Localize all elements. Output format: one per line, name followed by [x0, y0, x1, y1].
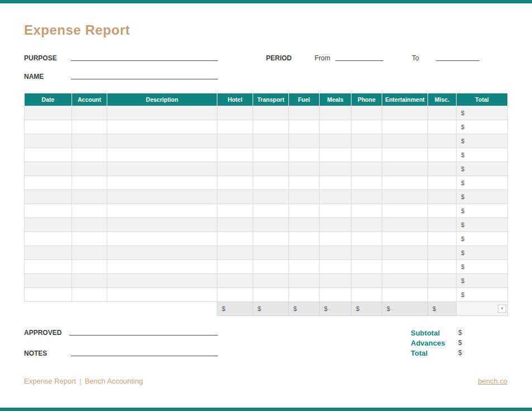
table-cell[interactable]: [428, 134, 457, 148]
table-cell[interactable]: [289, 106, 320, 120]
table-cell[interactable]: [217, 134, 253, 148]
table-cell[interactable]: [25, 260, 72, 274]
table-cell[interactable]: [72, 176, 107, 190]
totals-sum-cell[interactable]: $: [428, 302, 457, 316]
table-cell[interactable]: [289, 134, 320, 148]
table-cell[interactable]: [352, 176, 382, 190]
table-cell[interactable]: [217, 204, 253, 218]
table-cell[interactable]: [320, 260, 352, 274]
table-cell[interactable]: [72, 232, 107, 246]
totals-sum-cell[interactable]: $: [289, 302, 320, 316]
table-cell[interactable]: [352, 274, 382, 288]
table-cell[interactable]: [25, 232, 72, 246]
table-cell[interactable]: [25, 106, 72, 120]
table-cell[interactable]: [217, 274, 253, 288]
table-cell[interactable]: [428, 120, 457, 134]
table-cell[interactable]: [352, 148, 382, 162]
table-cell[interactable]: [253, 260, 289, 274]
table-cell[interactable]: [72, 274, 107, 288]
table-cell[interactable]: [72, 288, 107, 302]
totals-sum-cell[interactable]: $: [217, 302, 253, 316]
table-cell[interactable]: [289, 190, 320, 204]
table-cell[interactable]: [352, 120, 382, 134]
table-cell[interactable]: [72, 134, 107, 148]
table-cell[interactable]: [352, 246, 382, 260]
table-cell[interactable]: [25, 246, 72, 260]
row-total-cell[interactable]: $: [457, 260, 508, 274]
row-total-cell[interactable]: $: [457, 274, 508, 288]
table-cell[interactable]: [320, 176, 352, 190]
table-cell[interactable]: [25, 120, 72, 134]
table-cell[interactable]: [25, 274, 72, 288]
table-cell[interactable]: [107, 260, 217, 274]
table-cell[interactable]: [107, 274, 217, 288]
table-cell[interactable]: [25, 204, 72, 218]
table-cell[interactable]: [352, 190, 382, 204]
totals-grand-total-cell[interactable]: ▾: [457, 302, 508, 316]
row-total-cell[interactable]: $: [457, 232, 508, 246]
table-cell[interactable]: [217, 246, 253, 260]
row-total-cell[interactable]: $: [457, 288, 508, 302]
row-total-cell[interactable]: $: [457, 218, 508, 232]
table-cell[interactable]: [382, 204, 428, 218]
table-cell[interactable]: [352, 260, 382, 274]
table-cell[interactable]: [289, 274, 320, 288]
table-cell[interactable]: [253, 120, 289, 134]
row-total-cell[interactable]: $: [457, 190, 508, 204]
table-cell[interactable]: [107, 134, 217, 148]
table-cell[interactable]: [289, 148, 320, 162]
table-cell[interactable]: [382, 134, 428, 148]
table-cell[interactable]: [428, 106, 457, 120]
table-cell[interactable]: [428, 260, 457, 274]
table-cell[interactable]: [428, 148, 457, 162]
table-cell[interactable]: [428, 246, 457, 260]
table-cell[interactable]: [107, 106, 217, 120]
table-cell[interactable]: [352, 106, 382, 120]
table-cell[interactable]: [320, 134, 352, 148]
table-cell[interactable]: [428, 288, 457, 302]
table-cell[interactable]: [107, 120, 217, 134]
table-cell[interactable]: [107, 288, 217, 302]
table-cell[interactable]: [382, 260, 428, 274]
table-cell[interactable]: [382, 274, 428, 288]
table-cell[interactable]: [72, 190, 107, 204]
table-cell[interactable]: [253, 148, 289, 162]
table-cell[interactable]: [382, 148, 428, 162]
table-cell[interactable]: [320, 288, 352, 302]
table-cell[interactable]: [107, 232, 217, 246]
table-cell[interactable]: [382, 106, 428, 120]
table-cell[interactable]: [253, 274, 289, 288]
table-cell[interactable]: [382, 190, 428, 204]
row-total-cell[interactable]: $: [457, 148, 508, 162]
table-cell[interactable]: [382, 246, 428, 260]
table-cell[interactable]: [320, 232, 352, 246]
table-cell[interactable]: [25, 162, 72, 176]
table-cell[interactable]: [72, 260, 107, 274]
row-total-cell[interactable]: $: [457, 106, 508, 120]
row-total-cell[interactable]: $: [457, 162, 508, 176]
table-cell[interactable]: [217, 162, 253, 176]
table-cell[interactable]: [25, 176, 72, 190]
table-cell[interactable]: [253, 288, 289, 302]
table-cell[interactable]: [217, 148, 253, 162]
table-cell[interactable]: [382, 120, 428, 134]
table-cell[interactable]: [72, 246, 107, 260]
table-cell[interactable]: [217, 106, 253, 120]
table-cell[interactable]: [107, 204, 217, 218]
table-cell[interactable]: [352, 288, 382, 302]
table-cell[interactable]: [320, 148, 352, 162]
table-cell[interactable]: [382, 288, 428, 302]
table-cell[interactable]: [382, 218, 428, 232]
table-cell[interactable]: [253, 134, 289, 148]
table-cell[interactable]: [289, 162, 320, 176]
table-cell[interactable]: [25, 218, 72, 232]
table-cell[interactable]: [253, 106, 289, 120]
table-cell[interactable]: [320, 246, 352, 260]
purpose-field[interactable]: [71, 50, 218, 61]
table-cell[interactable]: [428, 204, 457, 218]
dropdown-arrow-icon[interactable]: ▾: [498, 305, 506, 313]
table-cell[interactable]: [107, 190, 217, 204]
notes-field[interactable]: [71, 346, 218, 356]
footer-link[interactable]: bench.co: [478, 377, 507, 385]
table-cell[interactable]: [289, 218, 320, 232]
